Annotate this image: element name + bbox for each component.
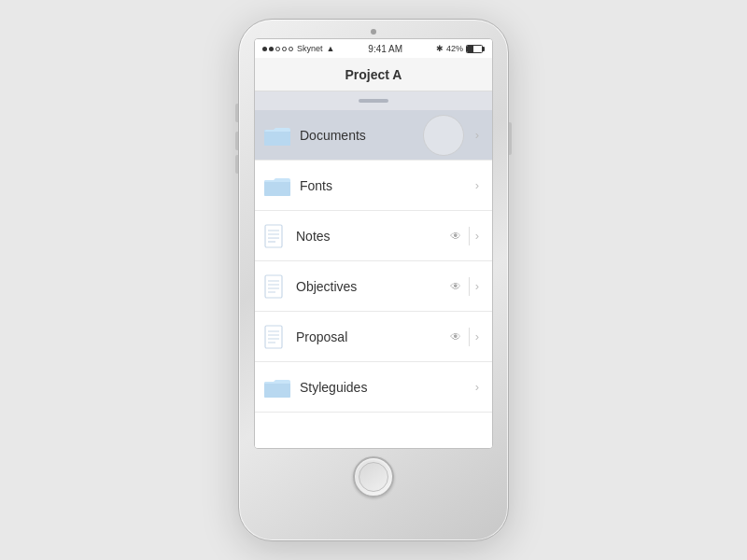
phone-frame: Skynet ▲ 9:41 AM ✱ 42% Project A [238,19,509,541]
status-right: ✱ 42% [436,44,485,53]
status-time: 9:41 AM [368,44,402,54]
folder-icon [264,175,290,196]
folder-icon [264,125,290,146]
svg-rect-21 [264,384,290,398]
home-button-inner [359,462,388,492]
signal-dots [262,47,293,51]
eye-icon-notes[interactable]: 👁 [444,230,467,243]
home-button-wrap [353,456,394,497]
list-item[interactable]: Styleguides › [255,362,492,413]
signal-dot-4 [282,47,287,51]
signal-dot-5 [289,47,293,51]
document-icon [264,325,285,349]
touch-indicator [423,115,464,156]
bluetooth-icon: ✱ [436,44,444,53]
item-actions-documents: › [472,128,483,142]
battery-body [466,45,483,53]
item-actions-proposal: 👁 › [444,328,483,346]
eye-icon-proposal[interactable]: 👁 [444,330,467,343]
battery-icon [466,45,485,53]
status-bar: Skynet ▲ 9:41 AM ✱ 42% [255,39,492,58]
item-actions-fonts: › [472,178,483,192]
list-item[interactable]: Fonts › [255,161,492,211]
eye-icon-objectives[interactable]: 👁 [444,280,467,293]
item-actions-objectives: 👁 › [444,277,483,296]
drag-handle-bar [255,91,492,110]
signal-dot-3 [275,47,280,51]
divider [469,277,470,296]
chevron-icon-proposal: › [472,329,483,343]
list-item[interactable]: Proposal 👁 › [255,312,492,362]
chevron-icon-fonts: › [472,178,483,192]
phone-screen: Skynet ▲ 9:41 AM ✱ 42% Project A [254,38,493,449]
signal-dot-2 [269,47,274,51]
home-button[interactable] [353,456,394,497]
battery-percent: 42% [446,44,463,53]
file-list: Documents › Fonts › [255,110,492,448]
wifi-icon: ▲ [327,44,335,53]
carrier-label: Skynet [297,44,323,53]
chevron-icon-styleguides: › [472,380,483,394]
item-label-proposal: Proposal [296,329,444,344]
battery-fill [467,46,473,52]
svg-rect-15 [265,326,282,348]
item-actions-notes: 👁 › [444,227,483,245]
item-actions-styleguides: › [472,380,483,394]
list-item[interactable]: Objectives 👁 › [255,261,492,312]
chevron-icon-documents: › [472,128,483,142]
drag-handle[interactable] [359,99,388,103]
folder-icon [264,377,290,398]
list-item[interactable]: Notes 👁 › [255,211,492,261]
svg-rect-2 [264,132,290,146]
document-icon [264,274,285,299]
divider [469,328,470,346]
battery-tip [483,47,485,51]
camera-dot [371,29,376,35]
signal-dot-1 [262,47,267,51]
document-icon [264,224,285,248]
list-item[interactable]: Documents › [255,110,492,161]
chevron-icon-notes: › [472,229,483,243]
item-label-styleguides: Styleguides [300,380,472,395]
svg-rect-4 [264,182,290,196]
item-label-notes: Notes [296,229,444,244]
svg-rect-10 [265,275,282,298]
item-label-fonts: Fonts [300,178,472,193]
nav-bar: Project A [255,58,492,91]
svg-rect-5 [265,225,282,247]
chevron-icon-objectives: › [472,279,483,293]
divider [469,227,470,245]
status-left: Skynet ▲ [262,44,334,53]
nav-title: Project A [345,67,402,82]
item-label-objectives: Objectives [296,279,444,294]
